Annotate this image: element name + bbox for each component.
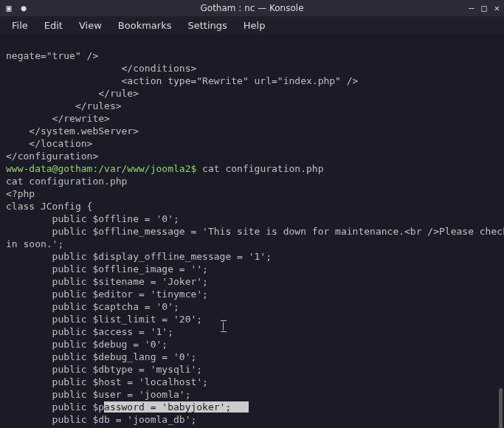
titlebar-left-icons: ▣ ●: [4, 4, 28, 13]
line: public $db = 'joomla_db';: [6, 414, 196, 425]
close-button[interactable]: ✕: [494, 4, 500, 13]
line: public $list_limit = '20';: [6, 314, 202, 325]
minimize-button[interactable]: —: [469, 4, 474, 13]
line: public $offline_message = 'This site is …: [6, 226, 504, 237]
line: </system.webServer>: [6, 125, 139, 137]
line: public $user = 'joomla';: [6, 389, 190, 400]
line: public $editor = 'tinymce';: [6, 289, 208, 300]
window-controls: — □ ✕: [469, 4, 500, 13]
line: negate="true" />: [6, 50, 98, 61]
line: <action type="Rewrite" url="index.php" /…: [6, 75, 358, 86]
line: public $p: [6, 401, 104, 413]
line: public $access = '1';: [6, 326, 173, 337]
scrollbar[interactable]: [499, 388, 503, 428]
window-title: Gotham : nc — Konsole: [200, 3, 303, 13]
line: public $offline_image = '';: [6, 263, 208, 275]
line: <?php: [6, 188, 35, 199]
line: public $debug_lang = '0';: [6, 351, 196, 362]
text-cursor-icon: [223, 320, 229, 332]
menu-file[interactable]: File: [4, 18, 35, 32]
line: public $captcha = '0';: [6, 301, 179, 312]
line: </rule>: [6, 88, 139, 99]
menubar: File Edit View Bookmarks Settings Help: [0, 16, 504, 34]
titlebar: ▣ ● Gotham : nc — Konsole — □ ✕: [0, 0, 504, 16]
selected-text-trail: [231, 401, 248, 413]
menu-bookmarks[interactable]: Bookmarks: [111, 18, 179, 32]
line: in soon.';: [6, 238, 63, 249]
line: </rewrite>: [6, 113, 110, 124]
app-icon: ▣: [4, 4, 13, 13]
terminal-output[interactable]: negate="true" /> </conditions> <action t…: [0, 34, 504, 428]
line: public $display_offline_message = '1';: [6, 251, 272, 262]
line: </rules>: [6, 100, 122, 111]
line: public $sitename = 'Joker';: [6, 276, 208, 287]
line: </configuration>: [6, 151, 98, 162]
line: public $offline = '0';: [6, 213, 179, 224]
dot-icon: ●: [19, 4, 28, 13]
line: public $dbtype = 'mysqli';: [6, 364, 202, 375]
prompt: www-data@gotham:/var/www/joomla2$: [6, 163, 202, 174]
line: </location>: [6, 138, 92, 149]
menu-help[interactable]: Help: [236, 18, 273, 32]
maximize-button[interactable]: □: [482, 4, 487, 13]
command: cat configuration.php: [202, 163, 323, 174]
selected-text: assword = 'babyjoker';: [104, 401, 231, 413]
line: public $debug = '0';: [6, 339, 168, 350]
menu-view[interactable]: View: [72, 18, 109, 32]
menu-settings[interactable]: Settings: [180, 18, 234, 32]
line: cat configuration.php: [6, 176, 127, 187]
menu-edit[interactable]: Edit: [37, 18, 70, 32]
line: class JConfig {: [6, 201, 92, 212]
line: public $host = 'localhost';: [6, 376, 208, 387]
line: </conditions>: [6, 63, 196, 74]
